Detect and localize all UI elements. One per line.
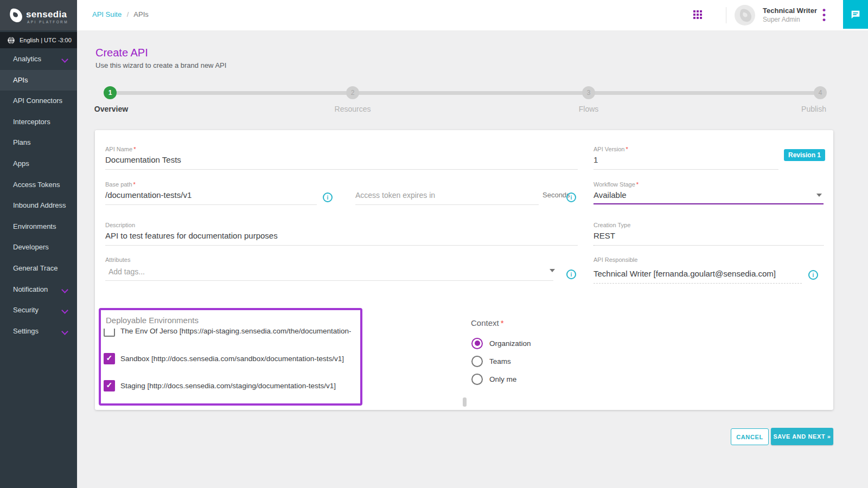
sidebar-item-label: Notification [13,285,48,293]
avatar[interactable] [735,5,755,25]
language-label: English | UTC -3:00 [20,37,72,43]
breadcrumb-api-suite[interactable]: API Suite [92,10,122,18]
environments-list: The Env Of Jerso [https://api-staging.se… [104,329,351,399]
language-bar[interactable]: English | UTC -3:00 [0,32,77,48]
sidebar-item-developers[interactable]: Developers [0,237,77,258]
attributes-field[interactable]: Add tags... [108,267,145,276]
sidebar-item-apps[interactable]: Apps [0,153,77,175]
sidebar: sensedia API PLATFORM English | UTC -3:0… [0,0,77,488]
page-title: Create API [95,47,148,59]
step-3-circle[interactable]: 3 [582,86,595,99]
environment-item[interactable]: Sandbox [http://docs.sensedia.com/sandbo… [104,352,344,365]
creation-type-underline [593,245,824,246]
step-1-circle[interactable]: 1 [104,86,117,99]
base-path-label: Base path* [105,181,136,188]
apps-grid-icon[interactable] [693,10,702,19]
description-label: Description [105,222,135,228]
step-3-label: Flows [579,105,599,113]
sidebar-item-environments[interactable]: Environments [0,216,77,237]
radio-unselected[interactable] [471,374,483,385]
creation-type-value: REST [593,231,615,240]
workflow-stage-dropdown-icon[interactable] [816,194,822,197]
api-name-field[interactable]: Documentation Tests [105,155,181,164]
cancel-button[interactable]: CANCEL [731,428,769,445]
context-label: Context* [471,318,504,328]
step-4-circle[interactable]: 4 [814,86,827,99]
sidebar-item-access-tokens[interactable]: Access Tokens [0,175,77,196]
sidebar-item-interceptors[interactable]: Interceptors [0,112,77,133]
radio-unselected[interactable] [471,356,483,367]
context-option-organization[interactable]: Organization [471,337,531,349]
checkbox-checked[interactable] [104,353,115,364]
access-token-info-icon[interactable]: i [566,192,576,202]
sidebar-item-security[interactable]: Security [0,300,77,321]
deployable-environments-title: Deployable Environments [106,316,199,325]
environment-label: The Env Of Jerso [https://api-staging.se… [120,329,351,335]
api-version-label: API Version* [593,146,628,152]
api-responsible-field[interactable]: Technical Writer [fernanda.goulart@sense… [593,269,776,278]
sidebar-item-notification[interactable]: Notification [0,279,77,300]
sidebar-item-label: General Trace [13,264,58,272]
radio-selected[interactable] [471,338,483,349]
brand-tagline: API PLATFORM [27,20,68,24]
description-field[interactable]: API to test features for documentation p… [105,231,278,240]
description-underline [105,245,578,246]
checkbox-checked[interactable] [104,380,115,391]
base-path-info-icon[interactable]: i [323,192,333,202]
scrollbar-thumb[interactable] [463,397,467,407]
brand-name: sensedia [26,9,67,20]
user-name: Technical Writer [763,7,817,15]
attributes-label: Attributes [105,256,130,263]
chevron-down-icon [61,328,68,335]
sidebar-item-apis[interactable]: APIs [0,70,77,91]
api-version-field[interactable]: 1 [593,155,598,164]
radio-label: Organization [489,339,531,348]
sidebar-item-api-connectors[interactable]: API Connectors [0,91,77,112]
sidebar-item-label: Analytics [13,55,41,63]
base-path-field[interactable]: /documentation-tests/v1 [105,190,192,200]
step-2-circle[interactable]: 2 [346,86,359,99]
sidebar-item-analytics[interactable]: Analytics [0,49,77,70]
sidebar-item-label: APIs [13,76,28,84]
logo-block[interactable]: sensedia API PLATFORM [0,0,77,30]
api-version-underline [593,169,778,170]
form-card: API Name* Documentation Tests API Versio… [95,130,833,410]
access-token-suffix: Seconds [542,191,570,199]
save-and-next-button[interactable]: SAVE AND NEXT » [771,428,833,445]
api-responsible-label: API Responsible [593,256,637,263]
attributes-info-icon[interactable]: i [566,269,576,279]
environment-label: Sandbox [http://docs.sensedia.com/sandbo… [120,355,344,363]
attributes-dropdown-icon[interactable] [550,269,555,272]
chat-icon [850,9,861,21]
sidebar-item-general-trace[interactable]: General Trace [0,258,77,279]
checkbox-unchecked[interactable] [104,329,115,337]
step-1-label: Overview [94,105,128,113]
main-content: Create API Use this wizard to create a b… [77,30,868,488]
sidebar-item-label: Developers [13,243,49,251]
stepper-track [110,91,820,95]
kebab-menu-icon[interactable]: ••• [822,8,826,22]
globe-icon [7,36,15,44]
sidebar-item-plans[interactable]: Plans [0,132,77,153]
workflow-stage-label: Workflow Stage* [593,181,639,188]
api-name-underline [105,169,578,170]
sidebar-item-label: Apps [13,159,29,168]
chevron-down-icon [61,307,68,314]
chat-button[interactable] [843,0,868,29]
sidebar-item-label: Environments [13,222,56,230]
environment-item[interactable]: Staging [http://docs.sensedia.com/stagin… [104,379,336,392]
environment-item[interactable]: The Env Of Jerso [https://api-staging.se… [104,329,351,337]
page-subtitle: Use this wizard to create a brand new AP… [95,61,226,69]
sidebar-item-label: Interceptors [13,118,50,126]
context-option-teams[interactable]: Teams [471,355,511,367]
context-option-only-me[interactable]: Only me [471,373,516,385]
workflow-stage-select[interactable]: Available [593,190,627,200]
sidebar-item-settings[interactable]: Settings [0,321,77,342]
api-responsible-info-icon[interactable]: i [808,270,818,280]
chevron-down-icon [61,286,68,293]
sidebar-item-inbound-address[interactable]: Inbound Address [0,195,77,216]
step-2-label: Resources [335,105,371,113]
sidebar-item-label: Access Tokens [13,181,60,189]
access-token-field[interactable]: Access token expires in [355,191,435,200]
workflow-stage-underline [593,203,824,204]
